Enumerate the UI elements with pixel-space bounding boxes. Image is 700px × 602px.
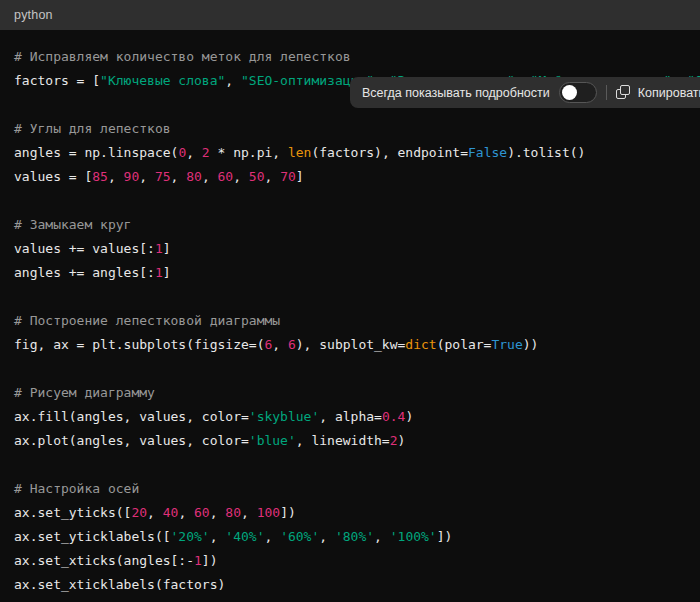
code-line: angles = np.linspace(0, 2 * np.pi, len(f… [14,141,700,165]
code-line: ax.set_xticks(angles[:-1]) [14,549,700,573]
code-block: # Исправляем количество меток для лепест… [0,30,700,602]
code-line: # Углы для лепестков [14,117,700,141]
code-line: # Настройка осей [14,477,700,501]
language-label: python [14,8,53,22]
code-line: ax.set_xticklabels(factors) [14,573,700,597]
code-line: values += values[:1] [14,237,700,261]
code-line: fig, ax = plt.subplots(figsize=(6, 6), s… [14,333,700,357]
code-line: ax.fill(angles, values, color='skyblue',… [14,405,700,429]
copy-code-label: Копировать код [638,86,700,100]
code-line: # Рисуем диаграмму [14,381,700,405]
copy-icon [616,85,631,100]
code-line: values = [85, 90, 75, 80, 60, 50, 70] [14,165,700,189]
code-line: ax.set_yticklabels(['20%', '40%', '60%',… [14,525,700,549]
details-toggle-switch[interactable] [559,82,597,103]
code-line [14,357,700,381]
copy-code-button[interactable]: Копировать код [616,85,700,100]
details-toggle-label: Всегда показывать подробности [362,86,550,100]
code-line: # Исправляем количество меток для лепест… [14,45,700,69]
toggle-knob [562,85,577,100]
code-controls-bar: Всегда показывать подробности Копировать… [350,77,700,108]
code-line [14,189,700,213]
code-lines: # Исправляем количество меток для лепест… [14,45,700,597]
code-line: ax.plot(angles, values, color='blue', li… [14,429,700,453]
code-line: angles += angles[:1] [14,261,700,285]
code-line [14,285,700,309]
code-line: ax.set_yticks([20, 40, 60, 80, 100]) [14,501,700,525]
code-line [14,453,700,477]
code-line: # Замыкаем круг [14,213,700,237]
controls-divider [606,85,607,100]
code-block-header: python [0,0,700,30]
code-line: # Построение лепестковой диаграммы [14,309,700,333]
